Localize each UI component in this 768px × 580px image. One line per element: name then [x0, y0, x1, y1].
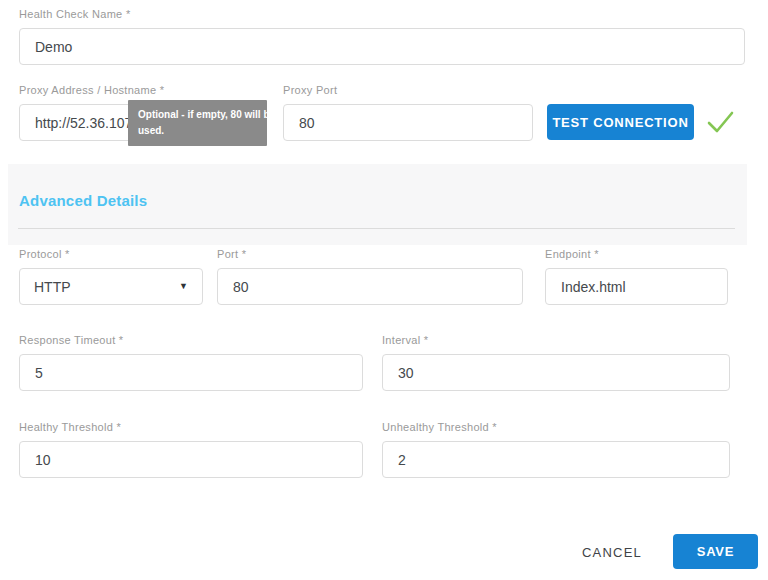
tooltip-line-1: Optional - if empty, 80 will be [138, 107, 257, 123]
interval-input[interactable] [382, 354, 730, 391]
port-field: Port * [217, 248, 523, 305]
health-check-name-field: Health Check Name * [19, 8, 745, 65]
test-connection-button[interactable]: TEST CONNECTION [547, 104, 694, 140]
protocol-label: Protocol * [19, 248, 203, 260]
protocol-field: Protocol * HTTP ▼ [19, 248, 203, 305]
endpoint-label: Endpoint * [545, 248, 728, 260]
healthy-threshold-field: Healthy Threshold * [19, 421, 363, 478]
healthy-threshold-input[interactable] [19, 441, 363, 478]
save-button[interactable]: SAVE [673, 534, 758, 569]
cancel-button[interactable]: CANCEL [578, 543, 646, 562]
proxy-port-tooltip: Optional - if empty, 80 will be used. [128, 100, 267, 146]
response-timeout-input[interactable] [19, 354, 363, 391]
health-check-name-input[interactable] [19, 28, 745, 65]
response-timeout-label: Response Timeout * [19, 334, 363, 346]
advanced-details-section: Advanced Details [8, 164, 747, 245]
endpoint-input[interactable] [545, 268, 728, 305]
unhealthy-threshold-input[interactable] [382, 441, 730, 478]
endpoint-field: Endpoint * [545, 248, 728, 305]
interval-label: Interval * [382, 334, 730, 346]
interval-field: Interval * [382, 334, 730, 391]
health-check-form: Health Check Name * Proxy Address / Host… [0, 0, 768, 580]
advanced-details-title: Advanced Details [19, 192, 147, 209]
health-check-name-label: Health Check Name * [19, 8, 745, 20]
proxy-port-input[interactable] [283, 104, 533, 141]
response-timeout-field: Response Timeout * [19, 334, 363, 391]
port-label: Port * [217, 248, 523, 260]
proxy-address-label: Proxy Address / Hostname * [19, 84, 266, 96]
check-icon [704, 106, 736, 138]
port-input[interactable] [217, 268, 523, 305]
tooltip-line-2: used. [138, 123, 257, 139]
caret-down-icon: ▼ [179, 282, 188, 291]
healthy-threshold-label: Healthy Threshold * [19, 421, 363, 433]
unhealthy-threshold-field: Unhealthy Threshold * [382, 421, 730, 478]
proxy-port-label: Proxy Port [283, 84, 533, 96]
proxy-port-field: Proxy Port [283, 84, 533, 141]
protocol-selected-value: HTTP [34, 279, 71, 295]
protocol-select[interactable]: HTTP ▼ [19, 268, 203, 305]
unhealthy-threshold-label: Unhealthy Threshold * [382, 421, 730, 433]
section-divider [18, 228, 735, 229]
